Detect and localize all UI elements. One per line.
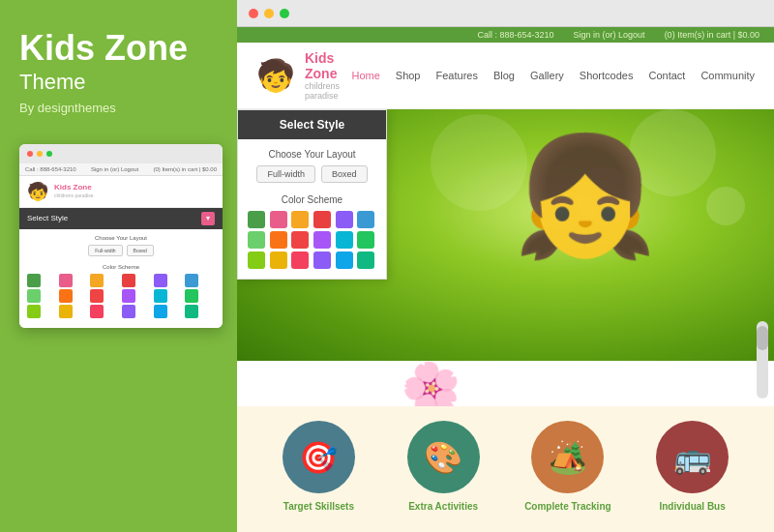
nav-item-shop[interactable]: Shop [396,70,421,81]
popup-body: Choose Your Layout Full-width Boxed Colo… [238,139,386,279]
mini-color-swatch[interactable] [154,289,167,303]
mini-cart: (0) Item(s) in cart | $0.00 [153,166,217,172]
icon-item-individual-bus: 🚌Individual Bus [644,421,741,512]
hero-figure: 👧 [513,129,658,265]
icon-item-target-skillsets: 🎯Target Skillsets [270,421,367,512]
site-logo-text-area: Kids Zone childrens paradise [305,50,351,101]
topbar-signin[interactable]: Sign in (or) Logout [574,30,645,40]
mini-browser-chrome [19,144,223,163]
color-grid [248,211,376,269]
site-logo-tagline: childrens paradise [305,81,351,101]
color-scheme-title: Color Scheme [248,194,376,205]
mini-color-swatch[interactable] [90,305,104,318]
dot-green [280,9,289,18]
color-swatch[interactable] [357,211,374,228]
mini-signin: Sign in (or) Logout [91,166,138,172]
icon-blob: 🎯 [283,421,355,493]
icon-blob: 🚌 [656,421,729,493]
mini-color-swatch[interactable] [122,274,135,287]
color-swatch[interactable] [291,231,309,249]
mini-color-swatch[interactable] [122,289,135,303]
color-swatch[interactable] [291,211,309,228]
mini-style-body: Choose Your Layout Full-width Boxed Colo… [19,229,223,328]
mini-topbar: Call : 888-654-3210 Sign in (or) Logout … [19,163,223,176]
color-swatch[interactable] [357,251,374,269]
mini-color-swatch[interactable] [59,289,73,303]
color-swatch[interactable] [336,251,353,269]
nav-item-gallery[interactable]: Gallery [530,70,564,81]
scroll-indicator[interactable] [757,321,768,399]
color-swatch[interactable] [336,231,353,249]
color-swatch[interactable] [270,211,287,228]
mini-browser-preview: Call : 888-654-3210 Sign in (or) Logout … [19,144,223,328]
mini-dot-green [46,151,52,157]
site-header: 🧒 Kids Zone childrens paradise HomeShopF… [237,43,774,109]
popup-layout-title: Choose Your Layout [248,149,376,160]
color-swatch[interactable] [291,251,309,269]
icon-label: Individual Bus [659,501,725,512]
color-swatch[interactable] [270,231,287,249]
site-logo-area: 🧒 Kids Zone childrens paradise [256,50,351,101]
mini-logo-area: Kids Zone childrens paradise [54,184,94,198]
color-swatch[interactable] [248,231,265,249]
nav-item-community[interactable]: Community [700,70,755,81]
mini-layout-title: Choose Your Layout [27,235,215,241]
icon-blob: 🏕️ [531,421,604,493]
browser-chrome [237,0,774,27]
site-logo-text: Kids Zone [305,50,351,81]
site-nav: HomeShopFeaturesBlogGalleryShortcodesCon… [351,70,755,81]
icon-label: Extra Activities [408,501,478,512]
select-style-popup[interactable]: Select Style Choose Your Layout Full-wid… [237,109,387,280]
icon-label: Complete Tracking [524,501,610,512]
mini-select-style-label: Select Style [27,214,68,222]
mini-logo-text: Kids Zone [54,184,94,192]
mini-color-swatch[interactable] [122,305,135,318]
mini-color-swatch[interactable] [90,289,104,303]
left-panel: Kids Zone Theme By designthemes Call : 8… [0,0,237,532]
mini-color-swatch[interactable] [154,274,167,287]
icons-section: 🎯Target Skillsets🎨Extra Activities🏕️Comp… [237,406,774,532]
mini-boxed-btn[interactable]: Boxed [127,245,154,256]
mini-color-swatch[interactable] [59,274,73,287]
layout-buttons: Full-width Boxed [248,165,376,183]
icon-item-complete-tracking: 🏕️Complete Tracking [520,421,616,512]
mini-color-title: Color Scheme [27,264,215,270]
color-swatch[interactable] [270,251,287,269]
icon-item-extra-activities: 🎨Extra Activities [395,421,491,512]
mini-color-swatch[interactable] [154,305,167,318]
fullwidth-btn[interactable]: Full-width [256,165,315,183]
mini-color-grid [27,274,215,318]
mini-select-style-bar[interactable]: Select Style ▾ [19,208,223,229]
color-swatch[interactable] [313,251,331,269]
mini-color-swatch[interactable] [59,305,73,318]
nav-item-shortcodes[interactable]: Shortcodes [580,70,634,81]
mini-color-swatch[interactable] [185,305,198,318]
mini-color-swatch[interactable] [90,274,104,287]
app-author: By designthemes [19,101,116,115]
color-swatch[interactable] [357,231,374,249]
color-swatch[interactable] [248,251,265,269]
color-swatch[interactable] [313,211,331,228]
nav-item-home[interactable]: Home [351,70,379,81]
site-topbar: Call : 888-654-3210 Sign in (or) Logout … [237,27,774,43]
mini-color-swatch[interactable] [27,274,41,287]
topbar-call: Call : 888-654-3210 [478,30,554,40]
icon-blob: 🎨 [407,421,480,493]
color-swatch[interactable] [313,231,331,249]
mini-dot-yellow [37,151,43,157]
mini-fullwidth-btn[interactable]: Full-width [88,245,122,256]
nav-item-blog[interactable]: Blog [493,70,515,81]
mini-color-swatch[interactable] [185,289,198,303]
mini-call: Call : 888-654-3210 [25,166,76,172]
mini-layout-buttons: Full-width Boxed [27,245,215,256]
mini-color-swatch[interactable] [185,274,198,287]
nav-item-features[interactable]: Features [436,70,478,81]
mini-select-dropdown-btn[interactable]: ▾ [201,212,215,225]
color-swatch[interactable] [336,211,353,228]
app-subtitle: Theme [19,70,85,95]
mini-color-swatch[interactable] [27,289,41,303]
color-swatch[interactable] [248,211,265,228]
mini-color-swatch[interactable] [27,305,41,318]
boxed-btn[interactable]: Boxed [321,165,368,183]
nav-item-contact[interactable]: Contact [648,70,685,81]
